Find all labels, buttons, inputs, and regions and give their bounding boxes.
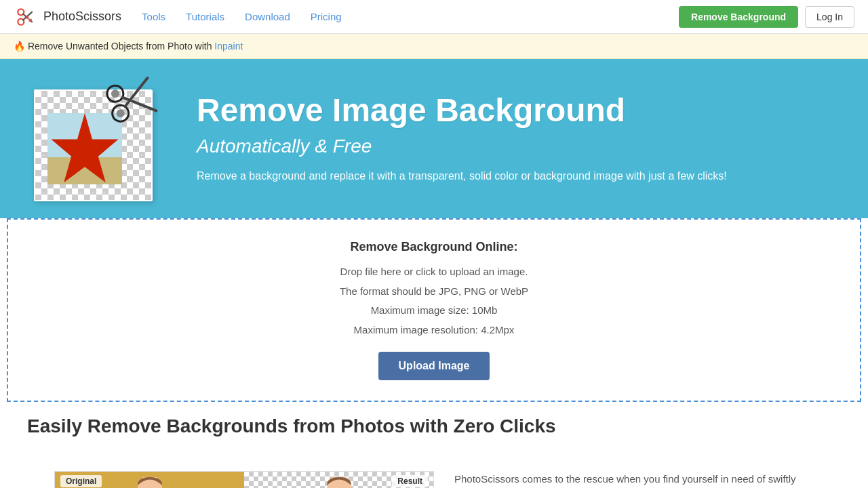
brand[interactable]: PhotoScissors	[14, 5, 121, 29]
demo-result-panel: Result	[244, 472, 433, 488]
features-title: Easily Remove Backgrounds from Photos wi…	[27, 415, 841, 437]
nav-links: Tools Tutorials Download Pricing	[142, 11, 679, 22]
hero-image	[27, 73, 176, 205]
upload-line1: Drop file here or click to upload an ima…	[22, 262, 846, 282]
demo-person-figure	[109, 477, 191, 488]
demo-original-label: Original	[60, 475, 102, 487]
svg-rect-6	[29, 16, 33, 19]
hero-description: Remove a background and replace it with …	[197, 167, 753, 185]
demo-result-label: Result	[392, 475, 428, 487]
remove-background-button[interactable]: Remove Background	[679, 6, 798, 28]
features-description: PhotoScissors comes to the rescue when y…	[454, 471, 814, 488]
banner-fire-icon: 🔥	[14, 41, 25, 52]
demo-original-panel: Original	[55, 472, 244, 488]
demo-comparison: Original Result	[54, 471, 434, 488]
brand-name-label: PhotoScissors	[43, 9, 121, 24]
nav-pricing[interactable]: Pricing	[311, 11, 342, 22]
upload-line4: Maximum image resolution: 4.2Mpx	[22, 321, 846, 340]
svg-rect-5	[26, 16, 29, 19]
promo-banner: 🔥 Remove Unwanted Objects from Photo wit…	[0, 34, 868, 59]
upload-drop-zone[interactable]: Remove Background Online: Drop file here…	[7, 218, 861, 402]
svg-rect-8	[29, 18, 33, 22]
svg-point-18	[111, 89, 121, 99]
upload-line3: Maximum image size: 10Mb	[22, 301, 846, 321]
svg-point-17	[115, 108, 125, 119]
upload-title: Remove Background Online:	[22, 240, 846, 254]
brand-logo-icon	[14, 5, 38, 29]
navbar-right: Remove Background Log In	[679, 6, 854, 28]
hero-subtitle: Automatically & Free	[197, 136, 841, 157]
hero-title: Remove Image Background	[197, 93, 841, 129]
banner-link[interactable]: Inpaint	[214, 41, 243, 52]
login-button[interactable]: Log In	[805, 6, 854, 28]
nav-tools[interactable]: Tools	[142, 11, 165, 22]
navbar: PhotoScissors Tools Tutorials Download P…	[0, 0, 868, 34]
hero-section: Remove Image Background Automatically & …	[0, 59, 868, 218]
banner-text: Remove Unwanted Objects from Photo with	[28, 41, 214, 52]
nav-tutorials[interactable]: Tutorials	[186, 11, 224, 22]
hero-photo-container	[27, 73, 163, 205]
upload-info: Drop file here or click to upload an ima…	[22, 262, 846, 340]
upload-line2: The format should be JPG, PNG or WebP	[22, 282, 846, 302]
features-content: Original Result	[27, 451, 841, 488]
features-section: Easily Remove Backgrounds from Photos wi…	[0, 402, 868, 488]
demo-result-figure	[298, 477, 380, 488]
svg-rect-7	[26, 18, 29, 22]
upload-image-button[interactable]: Upload Image	[378, 352, 490, 380]
nav-download[interactable]: Download	[245, 11, 290, 22]
hero-text-content: Remove Image Background Automatically & …	[176, 93, 841, 184]
